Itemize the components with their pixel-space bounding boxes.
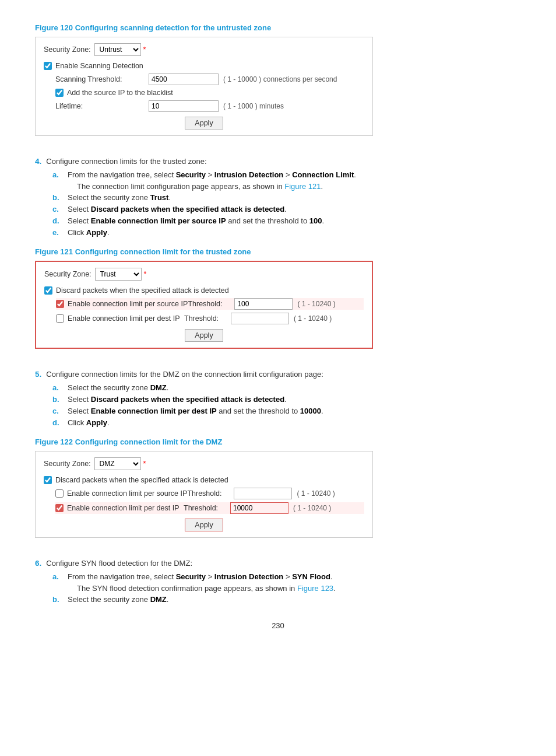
required-star-121: * xyxy=(144,270,147,278)
lifetime-input[interactable] xyxy=(149,100,219,112)
discard-packets-121-label: Discard packets when the specified attac… xyxy=(56,286,229,295)
src-threshold-122-input[interactable] xyxy=(234,488,292,499)
figure-122-box: Security Zone: DMZ * Discard packets whe… xyxy=(35,451,373,538)
step-6a-note: The SYN flood detection confirmation pag… xyxy=(77,584,521,593)
zone-select-121[interactable]: Trust xyxy=(95,268,142,281)
step-5a: a. Select the security zone DMZ. xyxy=(52,383,521,392)
step-4e: e. Click Apply. xyxy=(52,228,521,237)
apply-button-120[interactable]: Apply xyxy=(185,117,223,130)
zone-select-120[interactable]: Untrust xyxy=(94,43,141,56)
dest-limit-122-checkbox[interactable] xyxy=(55,504,64,512)
step-4a: a. From the navigation tree, select Secu… xyxy=(52,170,521,179)
dest-threshold-122-hint: ( 1 - 10240 ) xyxy=(293,504,331,512)
figure-121-title: Figure 121 Configuring connection limit … xyxy=(35,247,521,256)
zone-label-121: Security Zone: xyxy=(44,270,92,278)
figure-120-box: Security Zone: Untrust * Enable Scanning… xyxy=(35,37,373,136)
src-threshold-121-input[interactable] xyxy=(234,298,293,310)
src-limit-122-label: Enable connection limit per source IP xyxy=(67,489,187,498)
src-threshold-121-key: Threshold: xyxy=(188,300,234,308)
scanning-threshold-input[interactable] xyxy=(149,74,219,85)
add-blacklist-label: Add the source IP to the blacklist xyxy=(67,89,173,97)
discard-packets-122-checkbox[interactable] xyxy=(44,476,52,484)
figure-121-box: Security Zone: Trust * Discard packets w… xyxy=(35,261,373,349)
dest-threshold-122-key: Threshold: xyxy=(184,504,230,512)
zone-label-122: Security Zone: xyxy=(44,460,91,468)
step-6-text: Configure SYN flood detection for the DM… xyxy=(46,559,192,568)
step-4d: d. Select Enable connection limit per so… xyxy=(52,216,521,225)
enable-scanning-label: Enable Scanning Detection xyxy=(55,62,143,70)
src-threshold-122-key: Threshold: xyxy=(187,489,234,498)
required-star-120: * xyxy=(143,46,146,54)
step-5d: d. Click Apply. xyxy=(52,418,521,427)
dest-threshold-121-key: Threshold: xyxy=(184,314,231,323)
zone-label-120: Security Zone: xyxy=(44,46,91,54)
fig121-link[interactable]: Figure 121 xyxy=(284,182,321,191)
src-limit-121-label: Enable connection limit per source IP xyxy=(68,300,188,308)
step-6a: a. From the navigation tree, select Secu… xyxy=(52,572,521,581)
step-4b: b. Select the security zone Trust. xyxy=(52,193,521,202)
apply-button-121[interactable]: Apply xyxy=(185,329,223,342)
figure-120-title: Figure 120 Configuring scanning detectio… xyxy=(35,23,521,32)
step-5-num: 5. xyxy=(35,370,41,379)
dest-threshold-121-input[interactable] xyxy=(231,313,289,324)
discard-packets-122-label: Discard packets when the specified attac… xyxy=(55,476,228,484)
scanning-threshold-hint: ( 1 - 10000 ) connections per second xyxy=(223,75,337,83)
step-6b: b. Select the security zone DMZ. xyxy=(52,595,521,604)
step-4c: c. Select Discard packets when the speci… xyxy=(52,205,521,214)
dest-limit-122-label: Enable connection limit per dest IP xyxy=(67,504,184,512)
discard-packets-121-checkbox[interactable] xyxy=(44,286,52,295)
step-4-num: 4. xyxy=(35,157,41,166)
src-limit-122-checkbox[interactable] xyxy=(55,489,64,498)
dest-limit-121-checkbox[interactable] xyxy=(56,314,64,323)
apply-button-122[interactable]: Apply xyxy=(185,519,223,531)
page-number: 230 xyxy=(35,621,521,630)
step-5c: c. Select Enable connection limit per de… xyxy=(52,407,521,415)
figure-122-title: Figure 122 Configuring connection limit … xyxy=(35,438,521,446)
step-4-block: 4. Configure connection limits for the t… xyxy=(35,157,521,237)
step-6-num: 6. xyxy=(35,559,41,568)
fig123-link[interactable]: Figure 123 xyxy=(297,584,333,593)
step-4-text: Configure connection limits for the trus… xyxy=(46,157,206,166)
step-4a-note: The connection limit configuration page … xyxy=(77,182,521,191)
dest-threshold-121-hint: ( 1 - 10240 ) xyxy=(294,314,332,323)
add-blacklist-checkbox[interactable] xyxy=(55,89,64,97)
zone-select-122[interactable]: DMZ xyxy=(94,457,141,470)
scanning-threshold-label: Scanning Threshold: xyxy=(55,75,149,83)
enable-scanning-checkbox[interactable] xyxy=(44,62,52,70)
required-star-122: * xyxy=(143,460,146,468)
dest-limit-121-label: Enable connection limit per dest IP xyxy=(68,314,184,323)
lifetime-label: Lifetime: xyxy=(55,102,149,110)
dest-threshold-122-input[interactable] xyxy=(230,502,288,514)
step-5-text: Configure connection limits for the DMZ … xyxy=(46,370,323,379)
lifetime-hint: ( 1 - 1000 ) minutes xyxy=(223,102,284,110)
step-5-block: 5. Configure connection limits for the D… xyxy=(35,370,521,427)
src-limit-121-checkbox[interactable] xyxy=(56,300,64,308)
step-5b: b. Select Discard packets when the speci… xyxy=(52,395,521,404)
src-threshold-122-hint: ( 1 - 10240 ) xyxy=(297,489,335,498)
step-6-block: 6. Configure SYN flood detection for the… xyxy=(35,559,521,604)
src-threshold-121-hint: ( 1 - 10240 ) xyxy=(297,300,335,308)
